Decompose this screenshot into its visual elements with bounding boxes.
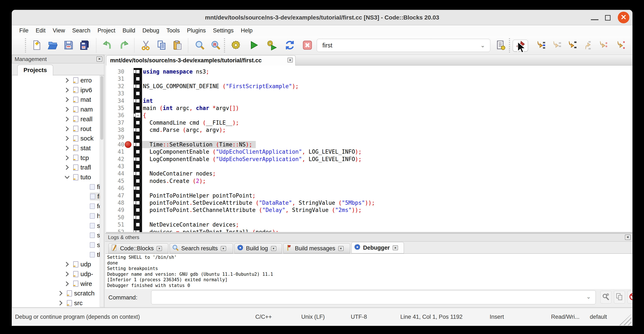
breakpoint-margin[interactable]: [127, 206, 134, 214]
chevron-collapsed-icon[interactable]: [64, 126, 70, 132]
search-options-button[interactable]: [495, 40, 507, 52]
breakpoint-margin[interactable]: [127, 68, 134, 75]
code-editor[interactable]: 30using namespace ns3;3132NS_LOG_COMPONE…: [106, 66, 632, 232]
chevron-collapsed-icon[interactable]: [64, 145, 70, 151]
breakpoint-margin[interactable]: [127, 134, 134, 141]
copy-button[interactable]: [156, 40, 168, 52]
incremental-search-combo[interactable]: first ⌄: [317, 39, 490, 52]
tree-scrollbar[interactable]: [100, 76, 104, 307]
fold-margin[interactable]: [134, 163, 142, 170]
breakpoint-margin[interactable]: [127, 156, 134, 163]
tree-item-reall[interactable]: reall: [64, 114, 100, 124]
command-input[interactable]: ⌄: [151, 290, 596, 304]
chevron-collapsed-icon[interactable]: [64, 261, 70, 267]
tree-item-si[interactable]: si: [80, 240, 100, 250]
rebuild-button[interactable]: [284, 40, 296, 52]
step-out-button[interactable]: [580, 40, 595, 52]
code-line-50[interactable]: 50: [106, 214, 632, 221]
tree-item-se[interactable]: se: [80, 230, 100, 240]
find-button[interactable]: [194, 40, 206, 52]
code-line-48[interactable]: 48 pointToPoint.SetDeviceAttribute ("Dat…: [106, 199, 632, 206]
menu-view[interactable]: View: [49, 26, 68, 36]
step-into-instruction-button[interactable]: [613, 40, 628, 52]
tree-item-fir[interactable]: fir: [80, 192, 100, 201]
fold-margin[interactable]: [134, 192, 142, 199]
minimize-button[interactable]: [591, 19, 598, 20]
tree-item-ipv6[interactable]: ipv6: [64, 85, 100, 95]
fold-margin[interactable]: [134, 221, 142, 228]
code-line-39[interactable]: 39: [106, 134, 632, 141]
breakpoint-margin[interactable]: [127, 97, 134, 105]
tab-close-icon[interactable]: ✕: [157, 246, 162, 251]
fold-margin[interactable]: [134, 75, 142, 83]
tab-projects[interactable]: Projects: [17, 65, 53, 76]
build-button[interactable]: [230, 40, 242, 52]
next-instruction-button[interactable]: [596, 40, 611, 52]
tree-item-stat[interactable]: stat: [64, 143, 100, 153]
new-file-button[interactable]: [31, 40, 43, 52]
code-line-46[interactable]: 46: [106, 185, 632, 192]
code-line-37[interactable]: 37 CommandLine cmd (__FILE__);: [106, 119, 632, 126]
tree-item-scratch[interactable]: scratch: [58, 288, 100, 298]
chevron-down-icon[interactable]: ⌄: [586, 293, 591, 300]
chevron-collapsed-icon[interactable]: [64, 77, 70, 84]
tree-item-fo[interactable]: fo: [80, 201, 100, 211]
logs-tab-build-messages[interactable]: Build messages✕: [283, 243, 350, 253]
chevron-down-icon[interactable]: ⌄: [480, 39, 485, 52]
code-line-31[interactable]: 31: [106, 75, 632, 83]
fold-margin[interactable]: [134, 148, 142, 155]
fold-margin[interactable]: [134, 90, 142, 97]
breakpoint-margin[interactable]: [127, 177, 134, 185]
tree-item-th[interactable]: th: [80, 250, 100, 260]
breakpoint-margin[interactable]: [127, 228, 134, 232]
tab-close-icon[interactable]: ✕: [338, 246, 344, 251]
fold-margin[interactable]: [134, 105, 142, 112]
step-into-button[interactable]: [564, 40, 580, 52]
run-to-cursor-button[interactable]: [533, 40, 548, 52]
menu-help[interactable]: Help: [237, 26, 256, 36]
menu-search[interactable]: Search: [68, 26, 94, 36]
fold-margin[interactable]: [134, 206, 142, 214]
code-line-51[interactable]: 51 NetDeviceContainer devices;: [106, 221, 632, 228]
breakpoint-margin[interactable]: [127, 112, 134, 119]
fold-margin[interactable]: −: [134, 112, 142, 119]
tab-close-icon[interactable]: ✕: [271, 246, 276, 251]
cut-button[interactable]: [140, 40, 152, 52]
tree-item-nam[interactable]: nam: [64, 105, 100, 114]
menu-debug[interactable]: Debug: [139, 26, 163, 36]
save-all-button[interactable]: [78, 40, 90, 52]
code-line-32[interactable]: 32NS_LOG_COMPONENT_DEFINE ("FirstScriptE…: [106, 83, 632, 90]
breakpoint-margin[interactable]: [127, 221, 134, 228]
fold-margin[interactable]: [134, 126, 142, 134]
chevron-collapsed-icon[interactable]: [58, 300, 64, 306]
code-line-30[interactable]: 30using namespace ns3;: [106, 68, 632, 75]
menu-edit[interactable]: Edit: [32, 26, 49, 36]
breakpoint-margin[interactable]: [127, 192, 134, 199]
tree-item-mat[interactable]: mat: [64, 95, 100, 105]
breakpoint-margin[interactable]: [127, 148, 134, 155]
chevron-collapsed-icon[interactable]: [64, 87, 70, 93]
menu-plugins[interactable]: Plugins: [183, 26, 209, 36]
code-line-41[interactable]: 41 LogComponentEnable ("UdpEchoClientApp…: [106, 148, 632, 155]
abort-button[interactable]: [302, 40, 313, 52]
menu-build[interactable]: Build: [119, 26, 139, 36]
tree-item-wire[interactable]: wire: [64, 279, 100, 289]
chevron-collapsed-icon[interactable]: [64, 116, 70, 122]
breakpoint-margin[interactable]: [127, 75, 134, 83]
tree-item-sock[interactable]: sock: [64, 134, 100, 143]
tree-item-udp-[interactable]: udp-: [64, 269, 100, 279]
tree-item-tuto[interactable]: tuto: [64, 172, 100, 182]
code-line-42[interactable]: 42 LogComponentEnable ("UdpEchoServerApp…: [106, 156, 632, 163]
code-line-33[interactable]: 33: [106, 90, 632, 97]
tab-close-icon[interactable]: ✕: [221, 246, 226, 251]
menu-settings[interactable]: Settings: [209, 26, 237, 36]
chevron-expanded-icon[interactable]: [64, 174, 70, 180]
fold-margin[interactable]: [134, 119, 142, 126]
redo-button[interactable]: [118, 40, 130, 52]
breakpoint-margin[interactable]: [127, 163, 134, 170]
menu-file[interactable]: File: [16, 26, 32, 36]
fold-collapse-icon[interactable]: −: [135, 113, 140, 118]
fold-margin[interactable]: [134, 214, 142, 221]
tree-item-udp[interactable]: udp: [64, 259, 100, 269]
fold-margin[interactable]: [134, 170, 142, 177]
